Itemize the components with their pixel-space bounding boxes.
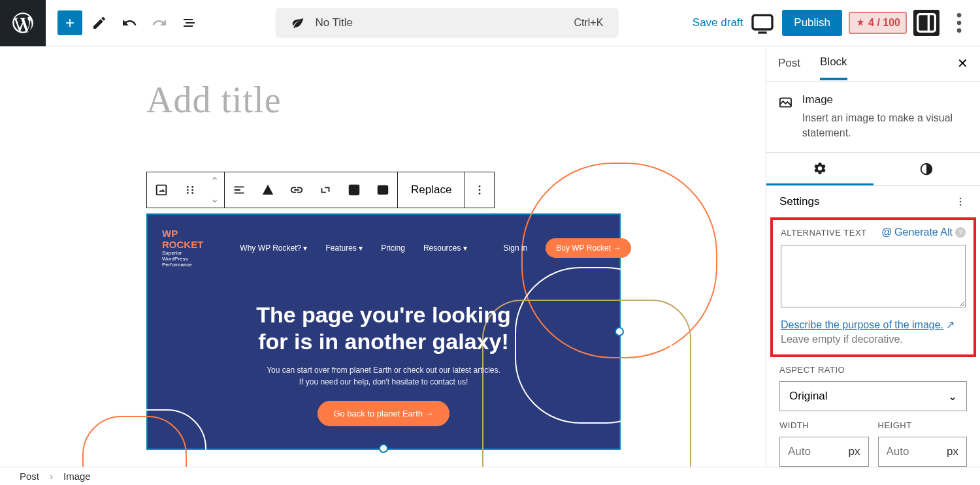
seo-score-badge[interactable]: 4 / 100 [849,12,907,34]
top-toolbar: + No Title Ctrl+K Save draft Publish 4 /… [0,0,980,46]
alt-text-input[interactable] [781,245,966,307]
wordpress-logo[interactable] [0,0,46,46]
more-options-button[interactable] [946,10,972,36]
move-arrows[interactable]: ⌃⌄ [204,175,224,205]
image-icon [778,93,793,112]
view-button[interactable] [749,10,776,36]
tab-block[interactable]: Block [820,46,847,80]
command-palette[interactable]: No Title Ctrl+K [276,8,619,38]
svg-point-9 [191,186,193,188]
leaf-icon [291,16,304,29]
generate-alt-button[interactable]: @ Generate Alt ? [881,227,966,238]
svg-point-21 [960,201,962,203]
save-draft-button[interactable]: Save draft [693,16,743,29]
settings-heading: Settings [779,195,819,208]
svg-point-20 [960,198,962,200]
settings-more-icon[interactable] [954,195,967,208]
align-icon[interactable] [225,172,253,208]
rocket-logo: WP ROCKET Superior WordPress Performance [162,228,203,268]
nav-link: Why WP Rocket? ▾ [240,243,307,253]
resize-handle-bottom[interactable] [379,444,388,453]
link-icon[interactable] [282,172,311,208]
caption-icon[interactable] [368,172,397,208]
aspect-ratio-select[interactable]: Original ⌄ [779,381,967,411]
height-label: HEIGHT [878,420,968,430]
svg-rect-0 [753,15,772,29]
block-desc: Insert an image to make a visual stateme… [802,110,967,140]
width-label: WIDTH [779,420,869,430]
close-sidebar-button[interactable]: ✕ [957,55,968,71]
nav-link: Features ▾ [325,243,363,253]
preview-hero: The page you're lookingfor is in another… [148,268,619,426]
tools-icon[interactable] [86,10,112,36]
svg-point-17 [479,193,481,195]
svg-point-11 [191,192,193,194]
editor-canvas[interactable]: Add title ⌃⌄ Replace [0,46,766,467]
redo-button[interactable] [146,10,172,36]
breadcrumb-post[interactable]: Post [20,471,39,482]
width-unit: px [849,445,860,458]
alt-label: ALTERNATIVE TEXT [781,228,867,238]
block-more-icon[interactable] [465,172,494,208]
breadcrumb: Post › Image [0,467,980,485]
text-overlay-icon[interactable] [340,172,368,208]
tab-post[interactable]: Post [778,48,800,79]
svg-point-8 [187,192,189,194]
svg-point-10 [191,189,193,191]
score-icon [855,18,866,28]
block-toolbar: ⌃⌄ Replace [146,172,495,208]
title-placeholder[interactable]: Add title [146,79,766,121]
settings-sidebar: Post Block ✕ Image Insert an image to ma… [766,46,980,467]
shortcut-label: Ctrl+K [574,17,603,29]
width-input[interactable] [788,445,849,458]
block-title: Image [802,93,967,106]
help-icon: ? [955,227,966,238]
block-type-icon[interactable] [147,172,176,208]
undo-button[interactable] [116,10,142,36]
svg-point-6 [187,186,189,188]
svg-point-5 [957,28,962,33]
replace-button[interactable]: Replace [398,172,465,208]
publish-button[interactable]: Publish [782,10,842,36]
svg-point-15 [479,185,481,187]
crop-icon[interactable] [311,172,340,208]
svg-point-22 [960,204,962,206]
svg-point-16 [479,189,481,191]
alt-text-section: ALTERNATIVE TEXT @ Generate Alt ? Descri… [770,217,976,357]
svg-rect-13 [378,186,388,195]
document-outline-button[interactable] [176,10,203,36]
height-unit: px [947,445,958,458]
describe-image-link[interactable]: Describe the purpose of the image. [781,319,943,331]
height-input[interactable] [887,445,947,458]
alt-hint: Leave empty if decorative. [781,334,966,345]
styles-tab-icon[interactable] [874,153,981,185]
preview-nav: WP ROCKET Superior WordPress Performance… [148,215,619,268]
settings-sidebar-toggle[interactable] [913,10,939,36]
svg-point-4 [957,21,962,25]
image-block[interactable]: WP ROCKET Superior WordPress Performance… [146,213,621,450]
score-text: 4 / 100 [868,17,900,29]
chevron-down-icon: ⌄ [948,390,957,403]
duotone-icon[interactable] [253,172,282,208]
breadcrumb-image[interactable]: Image [63,471,91,482]
svg-point-7 [187,189,189,191]
svg-point-3 [957,13,962,18]
chevron-right-icon: › [50,471,53,482]
sign-in: Sign in [504,243,528,253]
svg-rect-1 [918,14,936,32]
nav-link: Resources ▾ [423,243,467,253]
add-block-button[interactable]: + [57,10,82,35]
aspect-label: ASPECT RATIO [779,365,967,375]
buy-button: Buy WP Rocket → [546,238,631,258]
back-button: Go back to planet Earth → [318,401,449,426]
doc-title: No Title [315,16,563,29]
nav-link: Pricing [381,243,405,253]
drag-handle-icon[interactable] [176,172,204,208]
settings-tab-icon[interactable] [766,153,874,185]
